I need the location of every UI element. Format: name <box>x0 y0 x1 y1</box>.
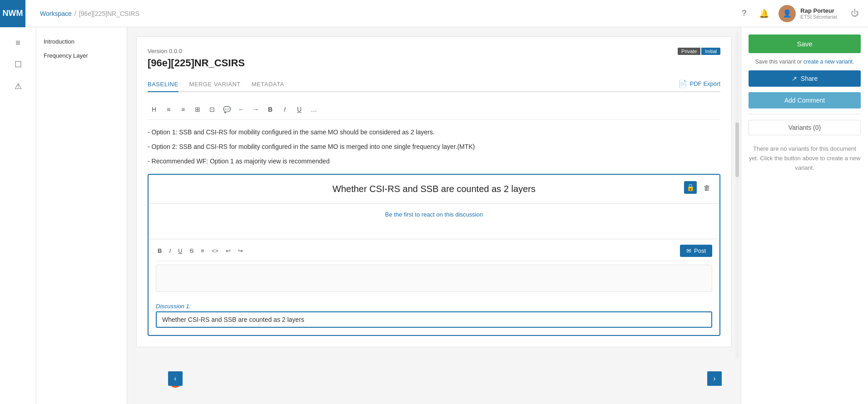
sidebar: ≡ ☐ ⚠ <box>0 27 36 404</box>
content-area: Version 0.0.0 [96e][225]NR_CSIRS Private… <box>127 27 741 404</box>
editor-toolbar: H ≡ ≡ ⊞ ⊡ 💬 ← → B I U … <box>148 99 720 120</box>
avatar: 👤 <box>779 5 796 22</box>
power-icon[interactable]: ⏻ <box>851 9 859 18</box>
right-panel: Save Save this variant or create a new v… <box>741 27 868 404</box>
disc-list[interactable]: ≡ <box>199 246 206 255</box>
user-role: ETSI Secretariat <box>800 14 837 20</box>
badges: Private Initial <box>678 48 720 55</box>
toolbar-italic[interactable]: I <box>278 103 291 116</box>
breadcrumb-workspace[interactable]: Workspace <box>40 10 72 17</box>
content-text: - Option 1: SSB and CSI-RS for mobility … <box>148 127 720 167</box>
discussion-label: Discussion 1: <box>149 297 719 311</box>
doc-title: [96e][225]NR_CSIRS <box>148 57 245 69</box>
share-icon: ↗ <box>792 75 797 82</box>
disc-undo[interactable]: ↩ <box>224 246 233 255</box>
variants-empty: There are no variants for this document … <box>749 144 861 172</box>
sidebar-list-icon[interactable]: ≡ <box>10 34 26 51</box>
trash-icon[interactable]: 🗑 <box>700 181 713 194</box>
pdf-export[interactable]: 📄 PDF Export <box>678 79 720 88</box>
outline-item-frequency-layer[interactable]: Frequency Layer <box>36 49 127 63</box>
discussion-input-field[interactable] <box>156 311 712 328</box>
disc-italic[interactable]: I <box>167 246 173 255</box>
disc-code[interactable]: <> <box>210 246 220 255</box>
badge-private: Private <box>678 48 700 55</box>
react-prompt: Be the first to react on this discussion <box>149 204 719 225</box>
save-button[interactable]: Save <box>749 34 861 53</box>
add-comment-button[interactable]: Add Comment <box>749 92 861 108</box>
post-icon: ✉ <box>686 247 691 254</box>
disc-input-area[interactable] <box>156 265 712 292</box>
save-subtitle: Save this variant or create a new varian… <box>749 59 861 65</box>
divider <box>749 114 861 114</box>
doc-version: Version 0.0.0 <box>148 48 245 54</box>
tab-metadata[interactable]: METADATA <box>252 76 284 92</box>
toolbar-underline[interactable]: U <box>293 103 306 116</box>
help-icon[interactable]: ? <box>739 8 749 19</box>
doc-header: Version 0.0.0 [96e][225]NR_CSIRS Private… <box>148 48 720 69</box>
tab-merge-variant[interactable]: MERGE VARIANT <box>189 76 241 92</box>
toolbar-comment[interactable]: 💬 <box>220 103 233 116</box>
disc-bold[interactable]: B <box>156 246 164 255</box>
left-panel: Introduction Frequency Layer <box>36 27 127 404</box>
outline-item-introduction[interactable]: Introduction <box>36 34 127 49</box>
badge-initial: Initial <box>701 48 720 55</box>
logo: NWM <box>0 0 25 27</box>
discussion-title: Whether CSI-RS and SSB are counted as 2 … <box>158 184 710 194</box>
lock-icon[interactable]: 🔒 <box>684 181 697 194</box>
top-navigation: NWM Workspace / [96e][225]NR_CSIRS ? 🔔 👤… <box>0 0 868 27</box>
user-area: 👤 Rap Porteur ETSI Secretariat <box>779 5 837 22</box>
document-card: Version 0.0.0 [96e][225]NR_CSIRS Private… <box>136 36 732 347</box>
scrollbar-thumb[interactable] <box>735 123 739 177</box>
toolbar-image[interactable]: ⊡ <box>206 103 218 116</box>
scrollbar-track[interactable] <box>735 32 739 359</box>
discussion-editor: B I U S ≡ <> ↩ ↪ ✉ Post <box>149 239 719 297</box>
breadcrumb: Workspace / [96e][225]NR_CSIRS <box>40 10 139 17</box>
disc-toolbar: B I U S ≡ <> ↩ ↪ ✉ Post <box>156 245 712 261</box>
toolbar-heading[interactable]: H <box>148 103 160 116</box>
toolbar-indent-right[interactable]: → <box>249 103 262 116</box>
disc-underline[interactable]: U <box>176 246 184 255</box>
discussion-box: Whether CSI-RS and SSB are counted as 2 … <box>148 174 720 336</box>
nav-right: ? 🔔 👤 Rap Porteur ETSI Secretariat ⏻ <box>739 5 859 22</box>
content-line-3: - Recommended WF: Option 1 as majority v… <box>148 156 720 167</box>
bell-icon[interactable]: 🔔 <box>759 8 769 19</box>
sidebar-warning-icon[interactable]: ⚠ <box>10 78 26 94</box>
user-info: Rap Porteur ETSI Secretariat <box>800 7 837 20</box>
discussion-header-icons: 🔒 🗑 <box>684 181 713 194</box>
toolbar-bullet-list[interactable]: ≡ <box>162 103 175 116</box>
toolbar-ordered-list[interactable]: ≡ <box>177 103 189 116</box>
tab-baseline[interactable]: BASELINE <box>148 76 179 92</box>
breadcrumb-separator: / <box>74 10 76 17</box>
post-button[interactable]: ✉ Post <box>680 245 712 257</box>
nav-arrow-left[interactable]: ‹ <box>168 371 183 386</box>
variants-header: Variants (0) <box>749 120 861 135</box>
tabs: BASELINE MERGE VARIANT METADATA 📄 PDF Ex… <box>148 76 720 92</box>
content-line-2: - Option 2: SSB and CSI-RS for mobility … <box>148 142 720 153</box>
disc-strikethrough[interactable]: S <box>188 246 195 255</box>
toolbar-indent-left[interactable]: ← <box>235 103 248 116</box>
toolbar-table[interactable]: ⊞ <box>191 103 204 116</box>
content-line-1: - Option 1: SSB and CSI-RS for mobility … <box>148 127 720 138</box>
create-variant-link[interactable]: create a new variant. <box>804 59 854 65</box>
breadcrumb-document: [96e][225]NR_CSIRS <box>79 10 139 17</box>
share-button[interactable]: ↗ Share <box>749 70 861 87</box>
nav-arrow-right[interactable]: › <box>707 371 722 386</box>
discussion-header: Whether CSI-RS and SSB are counted as 2 … <box>149 175 719 204</box>
toolbar-bold[interactable]: B <box>264 103 277 116</box>
toolbar-more[interactable]: … <box>308 103 320 116</box>
user-name: Rap Porteur <box>800 7 837 14</box>
disc-redo[interactable]: ↪ <box>236 246 245 255</box>
sidebar-comment-icon[interactable]: ☐ <box>10 56 26 73</box>
